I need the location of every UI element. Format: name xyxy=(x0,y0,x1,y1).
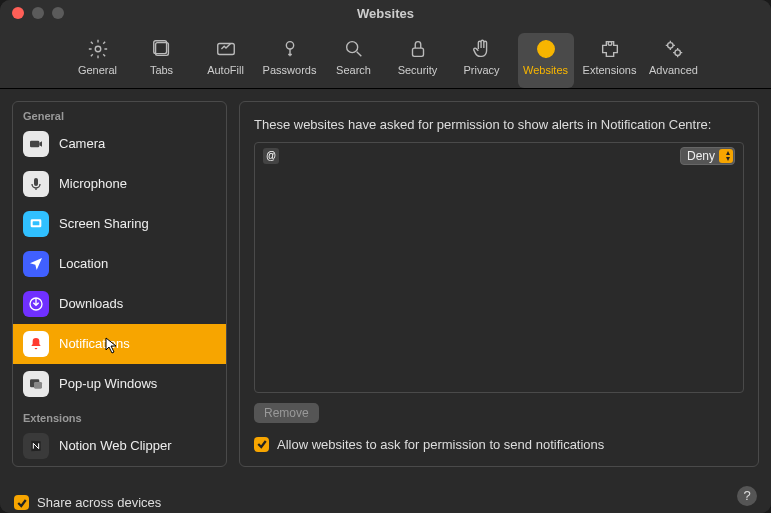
sidebar-item-screen-sharing[interactable]: Screen Sharing xyxy=(13,204,226,244)
svg-rect-14 xyxy=(33,221,40,225)
svg-rect-11 xyxy=(30,140,39,147)
toolbar-label: Websites xyxy=(523,64,568,76)
toolbar-autofill[interactable]: AutoFill xyxy=(198,33,254,88)
website-name: @ xyxy=(263,148,680,164)
mic-icon xyxy=(23,171,49,197)
toolbar-label: Extensions xyxy=(583,64,637,76)
toolbar-search[interactable]: Search xyxy=(326,33,382,88)
svg-rect-6 xyxy=(412,48,423,56)
bell-icon xyxy=(23,331,49,357)
tabs-icon xyxy=(150,37,174,61)
toolbar-label: Security xyxy=(398,64,438,76)
toolbar-label: AutoFill xyxy=(207,64,244,76)
toolbar-privacy[interactable]: Privacy xyxy=(454,33,510,88)
toolbar-passwords[interactable]: Passwords xyxy=(262,33,318,88)
toolbar-label: General xyxy=(78,64,117,76)
location-icon xyxy=(23,251,49,277)
search-icon xyxy=(342,37,366,61)
autofill-icon xyxy=(214,37,238,61)
toolbar-advanced[interactable]: Advanced xyxy=(646,33,702,88)
toolbar-label: Tabs xyxy=(150,64,173,76)
favicon-icon: @ xyxy=(263,148,279,164)
sidebar-item-label: Notifications xyxy=(59,336,130,351)
allow-notifications-label: Allow websites to ask for permission to … xyxy=(277,437,604,452)
sidebar-item-notifications[interactable]: Notifications xyxy=(13,324,226,364)
camera-icon xyxy=(23,131,49,157)
popup-icon xyxy=(23,371,49,397)
sidebar-item-label: Pop-up Windows xyxy=(59,376,157,391)
svg-point-8 xyxy=(608,41,612,45)
puzzle-icon xyxy=(598,37,622,61)
sidebar-item-label: Downloads xyxy=(59,296,123,311)
websites-list[interactable]: @Deny▴▾ xyxy=(254,142,744,393)
hand-icon xyxy=(470,37,494,61)
sidebar-item-label: Location xyxy=(59,256,108,271)
globe-icon xyxy=(534,37,558,61)
sidebar-item-location[interactable]: Location xyxy=(13,244,226,284)
sidebar-item-notion-web-clipper[interactable]: Notion Web Clipper xyxy=(13,426,226,466)
screen-icon xyxy=(23,211,49,237)
sidebar-item-label: Microphone xyxy=(59,176,127,191)
remove-button[interactable]: Remove xyxy=(254,403,319,423)
svg-rect-12 xyxy=(34,178,38,186)
sidebar-group-general: General xyxy=(23,110,226,122)
toolbar-websites[interactable]: Websites xyxy=(518,33,574,88)
svg-point-4 xyxy=(286,41,293,48)
toolbar-label: Passwords xyxy=(263,64,317,76)
svg-point-5 xyxy=(346,41,357,52)
gears-icon xyxy=(662,37,686,61)
window-title: Websites xyxy=(0,6,771,21)
svg-rect-17 xyxy=(34,382,42,389)
help-button[interactable]: ? xyxy=(737,486,757,506)
notion-icon xyxy=(23,433,49,459)
sidebar-item-label: Camera xyxy=(59,136,105,151)
svg-point-9 xyxy=(667,42,673,48)
toolbar-label: Search xyxy=(336,64,371,76)
svg-point-10 xyxy=(674,50,680,55)
toolbar-general[interactable]: General xyxy=(70,33,126,88)
permission-select[interactable]: Deny xyxy=(680,147,735,165)
share-devices-label: Share across devices xyxy=(37,495,161,510)
download-icon xyxy=(23,291,49,317)
sidebar-item-camera[interactable]: Camera xyxy=(13,124,226,164)
allow-notifications-checkbox[interactable] xyxy=(254,437,269,452)
toolbar-label: Advanced xyxy=(649,64,698,76)
sidebar-item-label: Notion Web Clipper xyxy=(59,438,171,453)
sidebar-item-downloads[interactable]: Downloads xyxy=(13,284,226,324)
sidebar-item-pop-up-windows[interactable]: Pop-up Windows xyxy=(13,364,226,404)
gear-icon xyxy=(86,37,110,61)
svg-point-0 xyxy=(95,46,101,52)
sidebar-item-label: Screen Sharing xyxy=(59,216,149,231)
toolbar-tabs[interactable]: Tabs xyxy=(134,33,190,88)
toolbar-label: Privacy xyxy=(463,64,499,76)
toolbar-security[interactable]: Security xyxy=(390,33,446,88)
website-row[interactable]: @Deny▴▾ xyxy=(255,143,743,169)
sidebar-group-extensions: Extensions xyxy=(23,412,226,424)
lock-icon xyxy=(406,37,430,61)
toolbar-extensions[interactable]: Extensions xyxy=(582,33,638,88)
key-icon xyxy=(278,37,302,61)
sidebar-item-microphone[interactable]: Microphone xyxy=(13,164,226,204)
share-devices-checkbox[interactable] xyxy=(14,495,29,510)
permission-description: These websites have asked for permission… xyxy=(254,116,744,134)
